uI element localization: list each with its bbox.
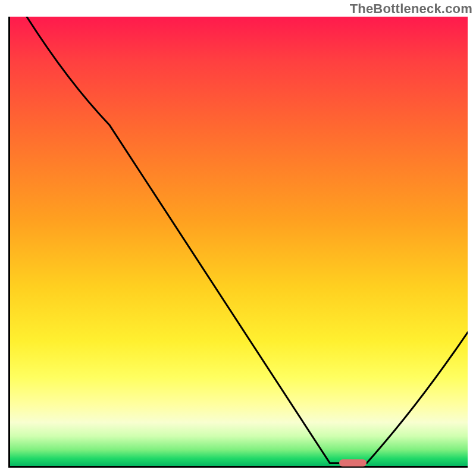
bottleneck-curve [27, 17, 468, 463]
chart-svg [8, 17, 468, 468]
watermark-text: TheBottleneck.com [350, 1, 472, 17]
optimal-range-marker [339, 459, 367, 466]
